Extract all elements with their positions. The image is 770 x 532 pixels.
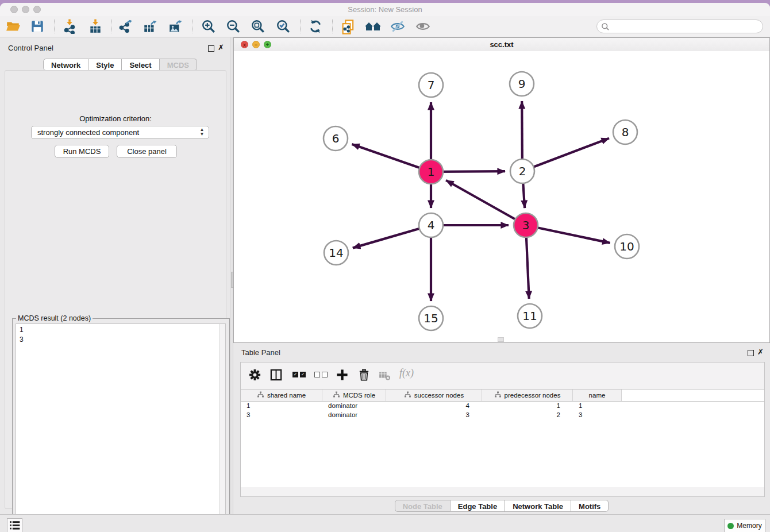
- tree-column-icon: [257, 391, 264, 399]
- tab-mcds[interactable]: MCDS: [160, 59, 197, 71]
- tree-column-icon: [494, 391, 502, 399]
- column-header-label: successor nodes: [414, 392, 464, 399]
- criterion-select[interactable]: strongly connected component ▲▼: [31, 126, 209, 139]
- table-panel: Table Panel ✗ ✓✓: [233, 343, 770, 514]
- tab-edge-table[interactable]: Edge Table: [451, 500, 505, 512]
- delete-column-icon[interactable]: [357, 368, 371, 384]
- graph-edge-3-10[interactable]: [526, 225, 610, 243]
- control-panel-tabs: NetworkStyleSelectMCDS: [43, 59, 197, 71]
- column-header-shared-name[interactable]: shared name: [241, 390, 322, 401]
- zoom-fit-icon[interactable]: [251, 19, 265, 34]
- close-panel-button[interactable]: Close panel: [117, 145, 177, 158]
- network-canvas[interactable]: 7968124314101511: [234, 51, 769, 342]
- canvas-resize-grip[interactable]: [498, 337, 504, 342]
- table-cell[interactable]: 3: [386, 411, 482, 420]
- mcds-tab-panel: Optimization criterion: strongly connect…: [5, 70, 226, 509]
- graph-node-label: 6: [332, 132, 340, 145]
- show-graphics-details-icon[interactable]: [415, 19, 430, 34]
- delete-table-icon: [379, 371, 391, 383]
- table-row[interactable]: 3dominator323: [241, 411, 764, 420]
- column-header-predecessor-nodes[interactable]: predecessor nodes: [482, 390, 573, 401]
- table-cell[interactable]: 3: [573, 411, 622, 420]
- import-table-icon[interactable]: [88, 19, 103, 34]
- task-history-button[interactable]: [7, 518, 22, 532]
- table-cell[interactable]: dominator: [322, 411, 386, 420]
- select-all-checkboxes-icon[interactable]: ✓✓: [292, 372, 306, 377]
- memory-label: Memory: [737, 522, 761, 530]
- mcds-result-lines: 13: [20, 325, 24, 345]
- zoom-out-icon[interactable]: [226, 19, 241, 34]
- result-scrollbar[interactable]: [219, 324, 225, 532]
- list-icon: [7, 519, 22, 532]
- tab-select[interactable]: Select: [122, 59, 159, 71]
- graph-edge-3-1[interactable]: [446, 180, 526, 225]
- control-panel-title: Control Panel: [8, 44, 53, 52]
- toolbar-separator: [300, 20, 301, 33]
- table-footer-strip: [241, 487, 764, 496]
- tree-column-icon: [404, 391, 411, 399]
- graph-node-label: 10: [619, 240, 634, 253]
- table-cell[interactable]: 1: [482, 402, 573, 411]
- add-column-icon[interactable]: [336, 368, 349, 384]
- tab-network-table[interactable]: Network Table: [505, 500, 571, 512]
- column-layout-icon[interactable]: [270, 368, 283, 384]
- graph-node-label: 7: [428, 78, 435, 92]
- table-toolbar: ✓✓ f(x): [241, 363, 764, 389]
- save-session-icon[interactable]: [30, 19, 45, 34]
- graph-node-label: 15: [424, 311, 438, 325]
- column-header-MCDS-role[interactable]: MCDS role: [322, 390, 386, 401]
- zoom-in-icon[interactable]: [201, 19, 216, 34]
- deselect-all-checkboxes-icon[interactable]: [314, 372, 328, 377]
- gear-icon[interactable]: [248, 368, 261, 384]
- refresh-icon[interactable]: [308, 19, 323, 34]
- import-network-icon[interactable]: [62, 19, 77, 34]
- graph-node-label: 8: [622, 125, 629, 139]
- search-input[interactable]: [596, 20, 763, 33]
- column-header-label: shared name: [267, 392, 306, 399]
- run-mcds-button[interactable]: Run MCDS: [55, 145, 109, 158]
- memory-button[interactable]: Memory: [724, 519, 765, 532]
- column-header-label: predecessor nodes: [505, 392, 561, 399]
- unchecked-box-icon: [322, 372, 328, 377]
- close-panel-icon[interactable]: ✗: [218, 43, 224, 52]
- mcds-result-group: MCDS result (2 nodes) 13: [12, 318, 230, 532]
- app-window: Session: New Session: [0, 3, 770, 532]
- hide-details-icon[interactable]: [390, 19, 405, 34]
- optimization-criterion-label: Optimization criterion:: [5, 114, 226, 123]
- table-cell[interactable]: 1: [573, 402, 622, 411]
- tab-motifs[interactable]: Motifs: [571, 500, 609, 512]
- tab-node-table[interactable]: Node Table: [395, 500, 451, 512]
- table-row[interactable]: 1dominator411: [241, 402, 764, 411]
- graph-node-label: 3: [522, 218, 530, 232]
- window-titlebar: Session: New Session: [0, 3, 770, 17]
- column-header-name[interactable]: name: [573, 390, 622, 401]
- column-header-label: name: [589, 392, 606, 399]
- mcds-result-textarea[interactable]: 13: [16, 323, 226, 532]
- home-layout-icon[interactable]: [364, 19, 379, 34]
- tab-style[interactable]: Style: [88, 59, 122, 71]
- table-cell[interactable]: dominator: [322, 402, 386, 411]
- toolbar-separator: [332, 20, 333, 33]
- table-cell[interactable]: 3: [241, 411, 322, 420]
- column-header-successor-nodes[interactable]: successor nodes: [386, 390, 482, 401]
- table-body: 1dominator4113dominator323: [241, 402, 764, 420]
- export-table-icon[interactable]: [143, 19, 157, 34]
- table-cell[interactable]: 2: [482, 411, 573, 420]
- mcds-result-title: MCDS result (2 nodes): [16, 314, 93, 322]
- graph-node-label: 9: [518, 77, 526, 91]
- float-panel-icon[interactable]: [208, 45, 214, 52]
- close-table-panel-icon[interactable]: ✗: [757, 348, 764, 356]
- table-cell[interactable]: 1: [241, 402, 322, 411]
- open-session-icon[interactable]: [6, 19, 21, 34]
- zoom-selected-icon[interactable]: [276, 19, 291, 34]
- export-network-icon[interactable]: [118, 19, 133, 34]
- clone-network-icon[interactable]: [340, 19, 355, 34]
- float-table-panel-icon[interactable]: [748, 350, 754, 356]
- control-panel: Control Panel ✗ NetworkStyleSelectMCDS O…: [0, 37, 230, 514]
- export-image-icon[interactable]: [168, 19, 183, 34]
- main-toolbar: [0, 16, 770, 37]
- graph-edge-2-8[interactable]: [522, 138, 609, 171]
- table-cell[interactable]: 4: [386, 402, 482, 411]
- tab-network[interactable]: Network: [43, 59, 88, 71]
- column-header-label: MCDS role: [343, 392, 375, 399]
